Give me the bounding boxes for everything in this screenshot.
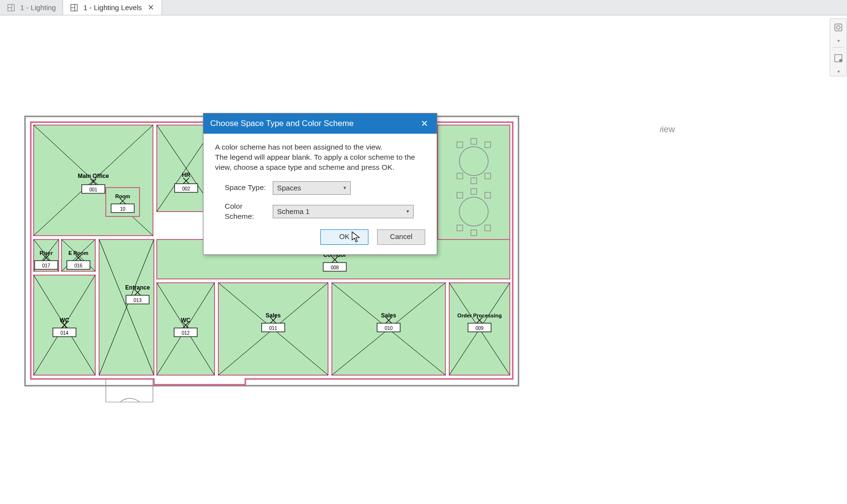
chevron-down-icon: ▾ [343, 184, 346, 191]
dialog-message-line1: A color scheme has not been assigned to … [215, 143, 382, 151]
cancel-button[interactable]: Cancel [377, 229, 425, 245]
space-type-value: Spaces [277, 183, 301, 193]
tab-close-icon[interactable]: ✕ [147, 3, 155, 12]
svg-text:10: 10 [120, 206, 126, 212]
dialog-body: A color scheme has not been assigned to … [203, 134, 437, 254]
svg-text:Riser: Riser [39, 250, 53, 256]
color-scheme-label: Color Scheme: [215, 202, 273, 222]
svg-text:013: 013 [134, 298, 142, 303]
ok-button[interactable]: OK [320, 229, 368, 245]
svg-text:Sales: Sales [265, 312, 281, 319]
svg-text:Room: Room [115, 193, 130, 199]
color-scheme-select[interactable]: Schema 1 ▾ [273, 205, 414, 218]
svg-text:009: 009 [476, 326, 484, 331]
drawing-canvas[interactable]: Main Office 001 HR 002 Room 10 Riser [0, 15, 660, 504]
svg-text:Order Processing: Order Processing [457, 313, 502, 318]
tab-label: 1 - Lighting Levels [83, 3, 142, 12]
view-cube-icon[interactable] [832, 21, 845, 34]
svg-text:E Room: E Room [68, 250, 88, 256]
dialog-title-text: Choose Space Type and Color Scheme [210, 119, 354, 128]
dialog-close-icon[interactable]: ✕ [419, 118, 430, 129]
space-type-label: Space Type: [215, 183, 273, 193]
svg-text:012: 012 [182, 330, 190, 336]
floorplan-icon [70, 3, 78, 12]
floorplan-icon [7, 3, 15, 12]
tab-lighting-levels[interactable]: 1 - Lighting Levels ✕ [63, 0, 162, 15]
svg-text:HR: HR [182, 172, 190, 178]
svg-point-7 [836, 25, 840, 29]
navigation-wheel-icon[interactable] [832, 51, 845, 65]
svg-text:002: 002 [182, 186, 190, 191]
space-type-select[interactable]: Spaces ▾ [273, 181, 351, 195]
svg-text:017: 017 [42, 263, 51, 268]
view-toolbar: ▾ ▾ [830, 18, 847, 76]
color-scheme-value: Schema 1 [277, 207, 310, 216]
svg-text:016: 016 [75, 263, 83, 268]
svg-text:001: 001 [89, 187, 98, 192]
svg-text:010: 010 [385, 326, 393, 331]
svg-text:Entrance: Entrance [125, 284, 150, 291]
cancel-button-label: Cancel [390, 232, 413, 241]
svg-text:011: 011 [269, 326, 278, 331]
tab-label: 1 - Lighting [20, 3, 56, 12]
tab-lighting[interactable]: 1 - Lighting [0, 0, 63, 15]
svg-text:014: 014 [61, 330, 69, 336]
svg-text:WC: WC [181, 317, 190, 324]
color-scheme-dialog: Choose Space Type and Color Scheme ✕ A c… [203, 113, 437, 255]
dialog-message-line2: The legend will appear blank. To apply a… [215, 153, 415, 171]
dropdown-arrow-icon[interactable]: ▾ [837, 69, 840, 74]
dialog-titlebar[interactable]: Choose Space Type and Color Scheme ✕ [203, 113, 437, 134]
tab-bar: 1 - Lighting 1 - Lighting Levels ✕ [0, 0, 847, 15]
dialog-message: A color scheme has not been assigned to … [215, 142, 425, 173]
svg-text:Sales: Sales [381, 312, 396, 319]
chevron-down-icon: ▾ [406, 208, 409, 215]
toolbar-divider [833, 47, 844, 48]
svg-point-9 [839, 59, 843, 63]
svg-text:008: 008 [331, 265, 339, 270]
ok-button-label: OK [339, 232, 350, 241]
svg-text:WC: WC [60, 317, 69, 324]
dropdown-arrow-icon[interactable]: ▾ [837, 38, 840, 43]
svg-rect-6 [835, 24, 842, 31]
svg-text:Main Office: Main Office [78, 173, 109, 179]
